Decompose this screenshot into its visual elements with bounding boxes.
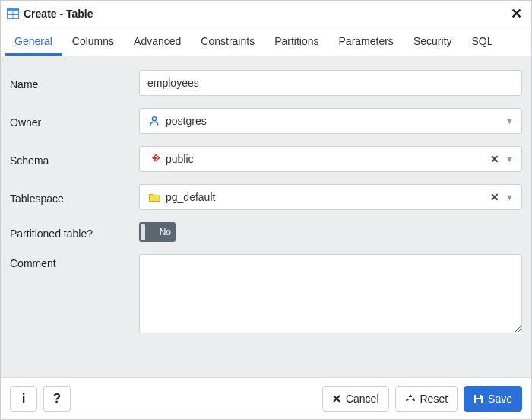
svg-rect-7 [476,395,480,398]
tab-sql[interactable]: SQL [462,27,502,56]
name-input[interactable] [139,70,522,96]
label-tablespace: Tablespace [10,189,139,205]
schema-clear-icon[interactable]: ✕ [487,153,502,165]
svg-point-4 [152,117,156,121]
chevron-down-icon: ▼ [502,116,517,126]
label-name: Name [10,75,139,91]
schema-select[interactable]: public ✕ ▼ [139,146,522,172]
help-icon: ? [53,391,61,406]
chevron-down-icon: ▼ [502,154,517,164]
tab-advanced[interactable]: Advanced [125,27,190,56]
row-comment: Comment [10,248,522,342]
recycle-icon [405,393,416,404]
create-table-dialog: Create - Table ✕ General Columns Advance… [0,0,532,420]
tab-general[interactable]: General [5,27,62,56]
save-button[interactable]: Save [464,386,522,412]
owner-select[interactable]: postgres ▼ [139,108,522,134]
dialog-title: Create - Table [24,8,508,20]
svg-rect-8 [476,399,481,402]
titlebar: Create - Table ✕ [1,1,531,27]
row-schema: Schema public ✕ ▼ [10,140,522,178]
form-body: Name Owner postgres ▼ [1,56,531,377]
row-partitioned: Partitioned table? No [10,216,522,248]
help-button[interactable]: ? [43,386,71,412]
label-partitioned: Partitioned table? [10,224,139,240]
label-schema: Schema [10,151,139,167]
label-owner: Owner [10,113,139,129]
table-icon [7,8,19,19]
save-label: Save [488,393,512,405]
close-icon [332,394,341,403]
save-icon [473,394,483,404]
tab-partitions[interactable]: Partitions [265,27,328,56]
toggle-knob [141,224,145,240]
tab-constraints[interactable]: Constraints [192,27,264,56]
close-icon[interactable]: ✕ [508,5,525,22]
user-icon [147,116,161,126]
tabs: General Columns Advanced Constraints Par… [1,27,531,56]
chevron-down-icon: ▼ [502,192,517,202]
schema-icon [147,154,161,164]
footer: i ? Cancel Reset [1,377,531,419]
label-comment: Comment [10,254,139,269]
comment-textarea[interactable] [139,254,522,333]
info-icon: i [22,391,26,406]
cancel-label: Cancel [346,393,379,405]
schema-value: public [166,153,487,165]
row-tablespace: Tablespace pg_default ✕ ▼ [10,178,522,216]
svg-rect-1 [8,9,19,12]
tablespace-select[interactable]: pg_default ✕ ▼ [139,184,522,210]
tablespace-value: pg_default [166,191,487,203]
row-owner: Owner postgres ▼ [10,102,522,140]
folder-icon [147,192,161,202]
tablespace-clear-icon[interactable]: ✕ [487,191,502,203]
tab-columns[interactable]: Columns [63,27,123,56]
info-button[interactable]: i [10,386,37,412]
owner-value: postgres [166,115,502,127]
tab-parameters[interactable]: Parameters [330,27,403,56]
row-name: Name [10,64,522,102]
reset-button[interactable]: Reset [395,386,458,412]
partitioned-toggle[interactable]: No [139,222,176,242]
tab-security[interactable]: Security [404,27,461,56]
toggle-state-label: No [160,227,171,237]
cancel-button[interactable]: Cancel [322,386,389,412]
reset-label: Reset [420,393,448,405]
